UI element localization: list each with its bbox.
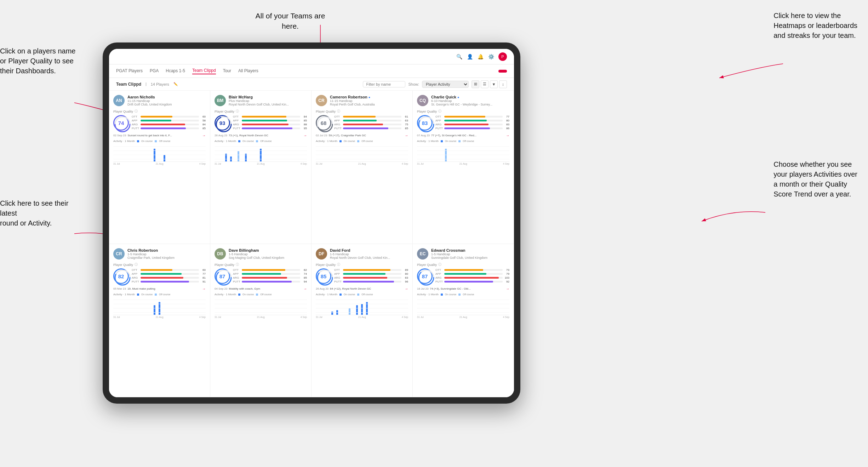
- chart-dates: 31 Jul21 Aug4 Sep: [113, 163, 206, 165]
- list-view-icon[interactable]: ☰: [481, 80, 489, 88]
- arg-stat: ARG 81: [132, 276, 206, 279]
- team-header: Team Clippd | 14 Players ✏️ Show: Player…: [109, 78, 514, 91]
- latest-round[interactable]: 04 Sep 23 Mobility with coach, Gym →: [215, 287, 307, 291]
- player-handicap: 11-15 Handicap: [127, 99, 206, 103]
- activity-label: Activity · 1 Month On course Off course: [316, 293, 408, 296]
- cards-grid: AN Aaron Nicholls 11-15 Handicap Drift G…: [109, 91, 514, 397]
- player-club: Royal North Devon Golf Club, United Kin.…: [330, 256, 408, 260]
- latest-round[interactable]: 18 Jul 23 74 (+3), Sunningdale GC - Old.…: [417, 287, 509, 291]
- quality-content: 74 OTT 60 APP 58 ARG 84: [113, 115, 206, 131]
- settings-icon[interactable]: ⚙️: [488, 53, 494, 60]
- chart-gridlines: [417, 297, 509, 315]
- quality-content: 68 OTT 61 APP 63 ARG 75: [316, 115, 408, 131]
- arg-stat: ARG 85: [233, 276, 307, 279]
- latest-round[interactable]: 02 Sep 23 Sunset round to get back into …: [113, 133, 206, 137]
- app-stat: APP 80: [435, 119, 509, 122]
- sub-nav-tour[interactable]: Tour: [223, 68, 231, 74]
- quality-label: Player Quality ⓘ: [417, 262, 509, 267]
- activity-chart: [113, 144, 206, 162]
- player-club: Royal North Devon Golf Club, United Kin.…: [229, 103, 307, 106]
- chart-gridlines: [417, 144, 509, 161]
- player-avatar: CR: [316, 95, 327, 106]
- activity-chart: [215, 144, 307, 162]
- chart-gridlines: [316, 144, 408, 161]
- person-icon[interactable]: 👤: [467, 53, 473, 60]
- search-icon[interactable]: 🔍: [456, 53, 462, 60]
- latest-round[interactable]: 26 Aug 23 84 (+12), Royal North Devon GC…: [316, 287, 408, 291]
- activity-chart: [215, 297, 307, 315]
- player-handicap: Plus Handicap: [229, 99, 307, 103]
- filter-input[interactable]: [363, 81, 405, 87]
- chart-gridlines: [316, 297, 408, 315]
- player-card: CR Cameron Robertson ● 11-15 Handicap Ro…: [312, 91, 413, 244]
- quality-circle[interactable]: 87: [215, 268, 230, 284]
- sub-nav-all-players[interactable]: All Players: [238, 68, 258, 74]
- show-select[interactable]: Player Activity Quality Score Trend: [422, 81, 469, 88]
- ott-stat: OTT 89: [334, 268, 408, 272]
- chart-dates: 31 Jul21 Aug4 Sep: [215, 316, 307, 318]
- player-name[interactable]: David Ford: [330, 248, 408, 252]
- activity-chart: [417, 144, 509, 162]
- quality-circle[interactable]: 85: [316, 268, 331, 284]
- annotation-teams-here: All of your Teams are here.: [248, 11, 333, 32]
- chart-dates: 31 Jul21 Aug4 Sep: [417, 163, 509, 165]
- add-team-button[interactable]: [498, 70, 507, 73]
- player-header: EC Edward Crossman 1-5 Handicap Sunningd…: [417, 248, 509, 260]
- putt-stat: PUTT 85: [334, 127, 408, 130]
- sub-nav-pgat[interactable]: PGAT Players: [116, 68, 143, 74]
- latest-round[interactable]: 05 Mar 23 19, Must make putting →: [113, 287, 206, 291]
- player-card: EC Edward Crossman 1-5 Handicap Sunningd…: [413, 244, 514, 397]
- player-name[interactable]: Cameron Robertson ●: [330, 95, 408, 99]
- quality-content: 87 OTT 82 APP 74 ARG 85: [215, 268, 307, 284]
- grid-view-icon[interactable]: ⊞: [472, 80, 479, 88]
- activity-chart: [417, 297, 509, 315]
- sub-nav-hcaps[interactable]: Hcaps 1-5: [166, 68, 185, 74]
- chart-dates: 31 Jul21 Aug4 Sep: [316, 316, 408, 318]
- quality-circle[interactable]: 82: [113, 268, 129, 284]
- player-card: CQ Charlie Quick ● 6-10 Handicap St. Geo…: [413, 91, 514, 244]
- sub-nav-pga[interactable]: PGA: [150, 68, 159, 74]
- edit-icon[interactable]: ✏️: [173, 82, 178, 86]
- quality-stats: OTT 61 APP 63 ARG 75 PUTT 85: [334, 115, 408, 131]
- player-info: David Ford 1-5 Handicap Royal North Devo…: [330, 248, 408, 260]
- filter-icon[interactable]: ▼: [490, 80, 498, 88]
- chart-gridlines: [215, 144, 307, 161]
- quality-label: Player Quality ⓘ: [215, 262, 307, 267]
- show-label: Show:: [408, 82, 419, 86]
- player-name[interactable]: Dave Billingham: [229, 248, 307, 252]
- quality-content: 87 OTT 73 APP 79 ARG 103: [417, 268, 509, 284]
- player-handicap: 1-5 Handicap: [229, 252, 307, 256]
- nav-bar: 🔍 👤 🔔 ⚙️ P: [109, 49, 514, 64]
- quality-circle[interactable]: 87: [417, 268, 433, 284]
- latest-round[interactable]: 26 Aug 23 73 (+1), Royal North Devon GC …: [215, 133, 307, 137]
- quality-circle[interactable]: 93: [215, 115, 230, 131]
- annotation-click-player: Click on a players nameor Player Quality…: [0, 46, 75, 76]
- sub-nav-right: [498, 70, 507, 73]
- quality-circle[interactable]: 68: [316, 115, 331, 131]
- player-name[interactable]: Charlie Quick ●: [431, 95, 509, 99]
- app-stat: APP 77: [132, 272, 206, 275]
- player-name[interactable]: Edward Crossman: [431, 248, 509, 252]
- annotation-activities: Choose whether you seeyour players Activ…: [773, 159, 857, 199]
- quality-label: Player Quality ⓘ: [113, 109, 206, 114]
- player-name[interactable]: Aaron Nicholls: [127, 95, 206, 99]
- quality-stats: OTT 84 APP 85 ARG 88 PUTT 95: [233, 115, 307, 131]
- sort-icon[interactable]: ↕: [499, 80, 507, 88]
- player-club: Royal Perth Golf Club, Australia: [330, 103, 408, 106]
- latest-round[interactable]: 07 Aug 23 77 (+7), St George's Hill GC -…: [417, 133, 509, 137]
- player-club: Craigmillar Park, United Kingdom: [127, 256, 206, 260]
- app-stat: APP 74: [233, 272, 307, 275]
- putt-stat: PUTT 96: [334, 280, 408, 283]
- sub-nav-team-clippd[interactable]: Team Clippd: [192, 68, 216, 74]
- player-name[interactable]: Blair McHarg: [229, 95, 307, 99]
- quality-circle[interactable]: 83: [417, 115, 433, 131]
- bell-icon[interactable]: 🔔: [477, 53, 484, 60]
- player-info: Cameron Robertson ● 11-15 Handicap Royal…: [330, 95, 408, 106]
- avatar-icon[interactable]: P: [498, 52, 507, 61]
- latest-round[interactable]: 02 Jul 23 59 (+17), Craigmillar Park GC …: [316, 133, 408, 137]
- player-card: DB Dave Billingham 1-5 Handicap Sog Magi…: [210, 244, 312, 397]
- player-name[interactable]: Chris Robertson: [127, 248, 206, 252]
- player-info: Blair McHarg Plus Handicap Royal North D…: [229, 95, 307, 106]
- quality-circle[interactable]: 74: [113, 115, 129, 131]
- annotation-heatmaps: Click here to view theHeatmaps or leader…: [773, 11, 857, 40]
